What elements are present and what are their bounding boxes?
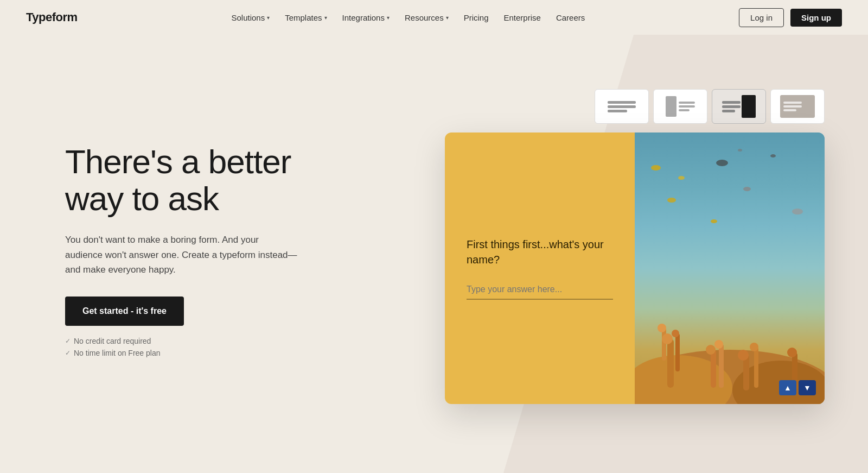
nav-item-resources[interactable]: Resources ▾ xyxy=(398,9,455,27)
check-icon: ✓ xyxy=(65,349,71,357)
svg-point-16 xyxy=(738,350,749,361)
svg-rect-9 xyxy=(754,347,758,388)
nav-item-enterprise[interactable]: Enterprise xyxy=(497,9,547,27)
chevron-down-icon: ▾ xyxy=(324,15,327,21)
chevron-down-icon: ▾ xyxy=(387,15,390,21)
layout-bar xyxy=(722,105,741,108)
layout-btn-bg[interactable] xyxy=(770,89,825,124)
nav-item-integrations[interactable]: Integrations ▾ xyxy=(336,9,396,27)
layout-col-rect xyxy=(666,96,676,117)
svg-rect-3 xyxy=(667,339,674,388)
svg-rect-6 xyxy=(711,350,716,388)
svg-point-17 xyxy=(750,343,758,351)
svg-rect-5 xyxy=(675,333,680,371)
form-left-panel: First things first...what's your name? xyxy=(445,133,635,404)
layout-btn-split[interactable] xyxy=(712,89,766,124)
nav-item-templates[interactable]: Templates ▾ xyxy=(278,9,333,27)
svg-point-13 xyxy=(672,330,679,337)
nav-item-solutions[interactable]: Solutions ▾ xyxy=(225,9,276,27)
fish-icon xyxy=(738,149,742,152)
form-question: First things first...what's your name? xyxy=(467,237,613,267)
layout-selectors xyxy=(595,89,825,124)
layout-split-right xyxy=(742,95,756,118)
fish-icon xyxy=(651,165,661,171)
card-nav-down-button[interactable]: ▼ xyxy=(799,380,816,395)
layout-bar xyxy=(608,110,627,112)
layout-bar xyxy=(722,110,735,112)
nav-links: Solutions ▾ Templates ▾ Integrations ▾ R… xyxy=(225,9,591,27)
layout-bar xyxy=(722,101,741,104)
card-nav-up-button[interactable]: ▲ xyxy=(779,380,796,395)
layout-bar xyxy=(679,102,695,104)
svg-point-15 xyxy=(714,340,723,349)
layout-btn-two-col[interactable] xyxy=(653,89,707,124)
layout-bar xyxy=(783,105,802,108)
layout-bar xyxy=(679,109,690,111)
chevron-down-icon: ▾ xyxy=(267,15,270,21)
chevron-down-icon: ▾ xyxy=(446,15,449,21)
svg-rect-4 xyxy=(662,328,666,361)
right-content: First things first...what's your name? xyxy=(445,89,825,404)
form-answer-input[interactable] xyxy=(467,280,613,300)
fish-icon xyxy=(716,160,728,166)
get-started-button[interactable]: Get started - it's free xyxy=(65,297,184,326)
layout-btn-single[interactable] xyxy=(595,89,649,124)
fish-icon xyxy=(711,219,717,223)
form-right-panel: ▲ ▼ xyxy=(635,133,825,404)
logo[interactable]: Typeform xyxy=(26,10,78,24)
navbar: Typeform Solutions ▾ Templates ▾ Integra… xyxy=(0,0,868,35)
signup-button[interactable]: Sign up xyxy=(790,9,842,27)
form-card: First things first...what's your name? xyxy=(445,133,825,404)
card-nav: ▲ ▼ xyxy=(779,380,816,395)
fish-icon xyxy=(792,209,803,215)
svg-point-18 xyxy=(787,348,797,357)
layout-bar xyxy=(679,105,695,108)
layout-bar xyxy=(783,109,796,111)
feature-item-2: ✓ No time limit on Free plan xyxy=(65,349,347,357)
nav-actions: Log in Sign up xyxy=(739,8,842,27)
svg-rect-7 xyxy=(719,344,724,388)
fish-icon xyxy=(770,154,776,157)
svg-point-12 xyxy=(658,324,666,332)
layout-bar xyxy=(783,102,802,104)
svg-point-14 xyxy=(706,345,716,355)
check-icon: ✓ xyxy=(65,337,71,345)
svg-point-11 xyxy=(662,333,673,344)
hero-subtitle: You don't want to make a boring form. An… xyxy=(65,232,298,277)
fish-icon xyxy=(667,198,676,203)
nav-item-pricing[interactable]: Pricing xyxy=(457,9,495,27)
fish-icon xyxy=(743,187,751,191)
left-content: There's a better way to ask You don't wa… xyxy=(65,143,347,357)
layout-bar xyxy=(608,101,636,104)
fish-icon xyxy=(678,176,685,180)
feature-item-1: ✓ No credit card required xyxy=(65,337,347,345)
page-wrapper: There's a better way to ask You don't wa… xyxy=(0,35,868,473)
hero-title: There's a better way to ask xyxy=(65,143,347,217)
layout-bar xyxy=(608,105,636,108)
login-button[interactable]: Log in xyxy=(739,8,784,27)
nav-item-careers[interactable]: Careers xyxy=(550,9,591,27)
feature-list: ✓ No credit card required ✓ No time limi… xyxy=(65,337,347,357)
